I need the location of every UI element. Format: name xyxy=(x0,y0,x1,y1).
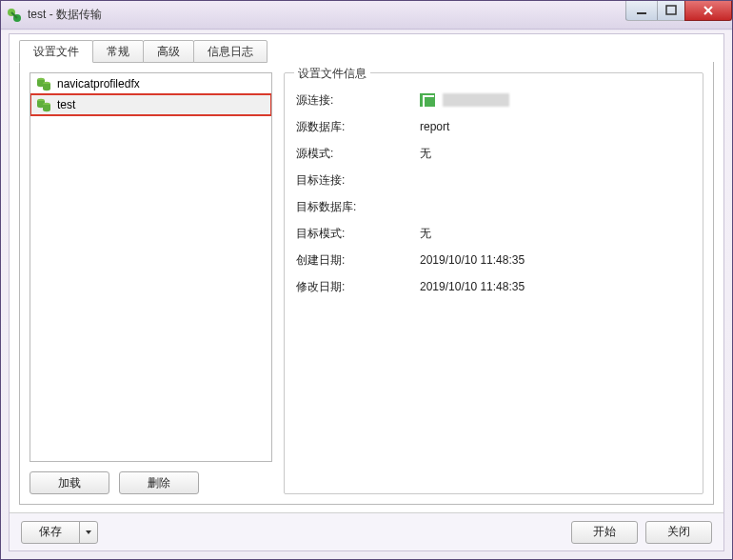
profile-item-label: test xyxy=(57,98,75,111)
titlebar[interactable]: test - 数据传输 xyxy=(1,1,732,30)
info-label: 源连接: xyxy=(296,92,420,109)
client-area: 设置文件常规高级信息日志 navicatprofiledfxtest 加载 删除… xyxy=(9,33,724,551)
save-button[interactable]: 保存 xyxy=(21,521,80,544)
info-label: 目标连接: xyxy=(296,172,420,189)
profile-list-buttons: 加载 删除 xyxy=(30,471,272,494)
save-split-button: 保存 xyxy=(21,521,98,544)
profile-list[interactable]: navicatprofiledfxtest xyxy=(30,72,272,462)
delete-button-label: 删除 xyxy=(148,475,170,491)
info-label: 创建日期: xyxy=(296,252,420,269)
profile-info-title: 设置文件信息 xyxy=(294,66,370,82)
tabs: 设置文件常规高级信息日志 xyxy=(19,40,267,63)
tab-label: 信息日志 xyxy=(208,44,253,60)
info-row: 目标数据库: xyxy=(296,193,691,220)
start-button-label: 开始 xyxy=(593,524,616,540)
info-label: 目标数据库: xyxy=(296,199,420,215)
bottom-bar: 保存 开始 关闭 xyxy=(10,512,723,550)
info-row: 源数据库:report xyxy=(296,113,691,140)
database-icon xyxy=(36,76,51,91)
minimize-button[interactable] xyxy=(625,1,658,21)
info-row: 修改日期:2019/10/10 11:48:35 xyxy=(296,273,691,300)
tab-panel-settings-file: navicatprofiledfxtest 加载 删除 设置文件信息 源连接:源… xyxy=(19,62,714,505)
load-button-label: 加载 xyxy=(58,475,81,491)
redacted-text xyxy=(443,93,509,107)
info-row: 创建日期:2019/10/10 11:48:35 xyxy=(296,247,691,273)
profile-item-label: navicatprofiledfx xyxy=(57,77,140,90)
tab-3[interactable]: 信息日志 xyxy=(193,40,267,63)
profile-list-wrap: navicatprofiledfxtest 加载 删除 xyxy=(30,72,272,494)
info-label: 源数据库: xyxy=(296,119,420,135)
profile-info-group: 设置文件信息 源连接:源数据库:report源模式:无目标连接:目标数据库:目标… xyxy=(284,72,703,494)
connection-icon xyxy=(420,93,435,107)
info-row: 目标模式:无 xyxy=(296,220,691,247)
info-row: 源模式:无 xyxy=(296,140,691,167)
app-icon xyxy=(7,8,22,23)
info-row: 源连接: xyxy=(296,87,691,113)
info-value: 无 xyxy=(420,226,431,242)
window-buttons xyxy=(626,1,732,21)
info-value: 2019/10/10 11:48:35 xyxy=(420,280,525,293)
delete-button[interactable]: 删除 xyxy=(119,471,199,494)
load-button[interactable]: 加载 xyxy=(30,471,109,494)
info-value: 无 xyxy=(420,146,431,162)
close-dialog-button[interactable]: 关闭 xyxy=(645,521,712,544)
info-value: report xyxy=(420,120,449,133)
save-dropdown-button[interactable] xyxy=(79,521,98,544)
window-title: test - 数据传输 xyxy=(28,7,102,23)
profile-item[interactable]: navicatprofiledfx xyxy=(30,73,271,94)
info-value: 2019/10/10 11:48:35 xyxy=(420,253,525,267)
maximize-button[interactable] xyxy=(657,1,685,21)
close-button[interactable] xyxy=(684,1,732,21)
info-label: 目标模式: xyxy=(296,226,420,242)
svg-rect-3 xyxy=(666,6,676,14)
window: test - 数据传输 设置文件常规高级信息日志 navicatprofiled… xyxy=(0,0,733,560)
info-label: 修改日期: xyxy=(296,279,420,295)
tab-label: 常规 xyxy=(107,44,129,60)
info-label: 源模式: xyxy=(296,146,420,162)
profile-item[interactable]: test xyxy=(30,94,271,115)
tab-0[interactable]: 设置文件 xyxy=(19,40,93,63)
close-dialog-button-label: 关闭 xyxy=(667,524,690,540)
svg-rect-2 xyxy=(637,12,646,14)
tab-2[interactable]: 高级 xyxy=(143,40,194,63)
info-row: 目标连接: xyxy=(296,167,691,193)
tab-label: 高级 xyxy=(157,44,180,60)
database-icon xyxy=(36,97,51,112)
tab-1[interactable]: 常规 xyxy=(92,40,144,63)
start-button[interactable]: 开始 xyxy=(571,521,638,544)
tab-label: 设置文件 xyxy=(33,44,79,60)
save-button-label: 保存 xyxy=(39,524,62,540)
info-value xyxy=(420,93,509,107)
